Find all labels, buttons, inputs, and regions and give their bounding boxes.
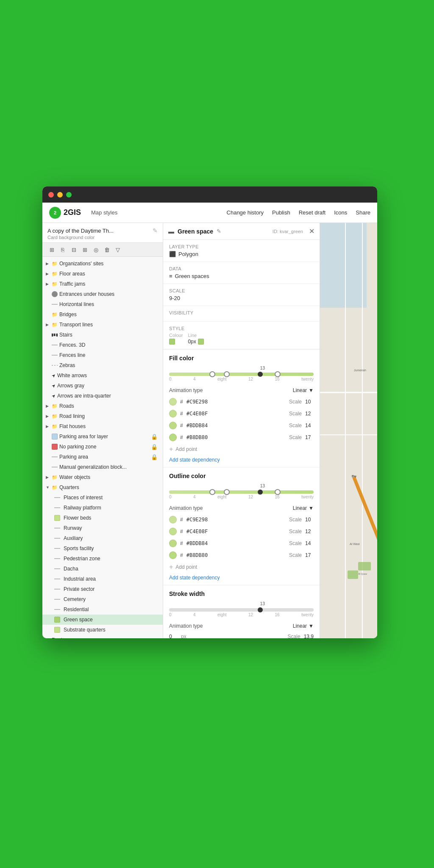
sidebar-item-fences-line[interactable]: ▶ Fences line: [42, 350, 163, 360]
toolbar-folder-icon[interactable]: ⊟: [70, 245, 78, 254]
slider-handle-3[interactable]: [275, 371, 281, 377]
edit-icon[interactable]: ✎: [153, 227, 158, 234]
nav-change-history[interactable]: Change history: [227, 209, 264, 216]
sidebar-item-white-arrows[interactable]: ▶ ➤ White arrows: [42, 370, 163, 381]
sidebar-item-water-objects[interactable]: ▶ 📁 Water objects: [42, 472, 163, 482]
colour-value[interactable]: [169, 339, 183, 345]
slider-handle-1[interactable]: [209, 371, 215, 377]
sidebar-item-residential[interactable]: Residential: [42, 604, 163, 615]
sidebar-item-green-space[interactable]: Green space: [42, 615, 163, 625]
svg-text:Du: Du: [352, 474, 356, 478]
sidebar-item-runway[interactable]: Runway: [42, 523, 163, 533]
sidebar-item-industrial-area[interactable]: Industrial area: [42, 574, 163, 584]
color-value[interactable]: #B8DB80: [186, 434, 208, 440]
color-value[interactable]: #BDDB84: [186, 540, 208, 546]
slider-handle-3[interactable]: [275, 489, 281, 495]
sidebar-item-fences-3d[interactable]: ▶ Fences. 3D: [42, 340, 163, 350]
sidebar-item-arrows-intra[interactable]: ▶ ➤ Arrows are intra-quarter: [42, 391, 163, 401]
dash-swatch: [54, 538, 60, 539]
slider-handle-active[interactable]: [258, 490, 263, 495]
layer-label: Residential: [64, 606, 158, 612]
sidebar-item-no-parking[interactable]: ▶ No parking zone 🔒: [42, 442, 163, 452]
color-value[interactable]: #C4E08F: [186, 529, 208, 534]
anim-type-select[interactable]: Linear ▼: [293, 623, 314, 629]
sidebar-item-dacha[interactable]: Dacha: [42, 564, 163, 574]
toolbar-trash-icon[interactable]: 🗑: [103, 245, 111, 254]
fill-color-title: Fill color: [163, 350, 320, 364]
sidebar-item-auxiliary[interactable]: Auxiliary: [42, 533, 163, 543]
slider-handle-2[interactable]: [224, 489, 230, 495]
sidebar-item-region[interactable]: ▶ Region: [42, 635, 163, 638]
sidebar-item-entrances[interactable]: ▶ Entrances under houses: [42, 289, 163, 299]
slider-handle-active[interactable]: [258, 372, 263, 377]
sidebar-item-organizations-sites[interactable]: ▶ 📁 Organizations' sites: [42, 259, 163, 269]
color-circle[interactable]: [169, 434, 177, 441]
sidebar-item-manual-gen[interactable]: ▶ Manual generalization block...: [42, 462, 163, 472]
color-circle[interactable]: [169, 516, 177, 523]
sidebar-item-bridges[interactable]: ▶ 📁 Bridges: [42, 309, 163, 320]
color-circle[interactable]: [169, 551, 177, 559]
sidebar-item-private-sector[interactable]: Private sector: [42, 584, 163, 594]
color-circle[interactable]: [169, 410, 177, 417]
color-circle[interactable]: [169, 422, 177, 429]
slider-handle-active[interactable]: [258, 607, 263, 612]
outline-add-point[interactable]: + Add point: [163, 561, 320, 573]
sidebar-item-railway-platform[interactable]: Railway platform: [42, 503, 163, 513]
color-circle[interactable]: [169, 540, 177, 547]
toolbar-copy-icon[interactable]: ⎘: [58, 245, 67, 254]
nav-publish[interactable]: Publish: [272, 209, 290, 216]
sidebar-item-cemetery[interactable]: Cemetery: [42, 594, 163, 604]
sidebar-item-arrows-gray[interactable]: ▶ ➤ Arrows gray: [42, 381, 163, 391]
slider-handle-2[interactable]: [224, 371, 230, 377]
edit-icon[interactable]: ✎: [217, 228, 221, 234]
sidebar-item-road-lining[interactable]: ▶ 📁 Road lining: [42, 411, 163, 421]
fill-add-point[interactable]: + Add point: [163, 443, 320, 455]
sidebar-item-floor-areas[interactable]: ▶ 📁 Floor areas: [42, 269, 163, 279]
sidebar-item-horizontal-lines[interactable]: ▶ Horizontal lines: [42, 299, 163, 309]
slider-handle-1[interactable]: [209, 489, 215, 495]
fill-color-slider[interactable]: [169, 373, 314, 376]
color-circle[interactable]: [169, 398, 177, 406]
anim-type-select[interactable]: Linear ▼: [293, 505, 314, 511]
sidebar-item-roads[interactable]: ▶ 📁 Roads: [42, 401, 163, 411]
close-button[interactable]: [48, 192, 54, 198]
data-section: Data ≡ Green spaces: [163, 262, 320, 284]
line-swatch: [52, 467, 58, 467]
sidebar-item-traffic-jams[interactable]: ▶ 📁 Traffic jams: [42, 279, 163, 289]
center-panel: ▬ Green space ✎ ID: kvar_green ✕ Layer t…: [163, 223, 320, 638]
nav-share[interactable]: Share: [356, 209, 370, 216]
stroke-width-slider[interactable]: [169, 608, 314, 612]
fullscreen-button[interactable]: [66, 192, 72, 198]
minimize-button[interactable]: [57, 192, 63, 198]
color-circle[interactable]: [169, 528, 177, 535]
toolbar-eye-icon[interactable]: ◎: [92, 245, 100, 254]
outline-color-slider[interactable]: [169, 490, 314, 494]
sidebar-item-places-of-interest[interactable]: Places of interest: [42, 492, 163, 503]
sidebar-item-transport-lines[interactable]: ▶ 📁 Transport lines: [42, 320, 163, 330]
toolbar-grid-icon[interactable]: ⊞: [81, 245, 89, 254]
sidebar-item-quarters[interactable]: ▼ 📁 Quarters: [42, 482, 163, 492]
sidebar-item-parking-layer[interactable]: ▶ Parking area for layer 🔒: [42, 431, 163, 442]
sidebar-item-zebras[interactable]: ▶ Zebras: [42, 360, 163, 370]
fill-color-stop-4: # #B8DB80 Scale 17: [163, 431, 320, 443]
nav-reset-draft[interactable]: Reset draft: [299, 209, 326, 216]
sidebar-item-parking-area[interactable]: ▶ Parking area 🔒: [42, 452, 163, 462]
sidebar-item-sports-facility[interactable]: Sports facility: [42, 543, 163, 554]
toolbar-filter-icon[interactable]: ▽: [114, 245, 122, 254]
sidebar-item-substrate-quarters[interactable]: Substrate quarters: [42, 625, 163, 635]
close-button[interactable]: ✕: [309, 227, 314, 235]
color-value[interactable]: #C9E298: [186, 399, 208, 405]
sidebar-item-flower-beds[interactable]: Flower beds: [42, 513, 163, 523]
sidebar-item-stairs[interactable]: ▶ Stairs: [42, 330, 163, 340]
anim-type-select[interactable]: Linear ▼: [293, 387, 314, 393]
color-value[interactable]: #BDDB84: [186, 423, 208, 428]
sidebar-item-pedestrian-zone[interactable]: Pedestrian zone: [42, 554, 163, 564]
nav-icons[interactable]: Icons: [334, 209, 347, 216]
color-value[interactable]: #C4E08F: [186, 411, 208, 417]
fill-add-state-dependency[interactable]: Add state dependency: [163, 455, 320, 467]
color-value[interactable]: #C9E298: [186, 517, 208, 523]
color-value[interactable]: #B8DB80: [186, 552, 208, 558]
sidebar-item-flat-houses[interactable]: ▶ 📁 Flat houses: [42, 421, 163, 431]
outline-add-state-dependency[interactable]: Add state dependency: [163, 573, 320, 585]
toolbar-add-icon[interactable]: ⊞: [47, 245, 56, 254]
